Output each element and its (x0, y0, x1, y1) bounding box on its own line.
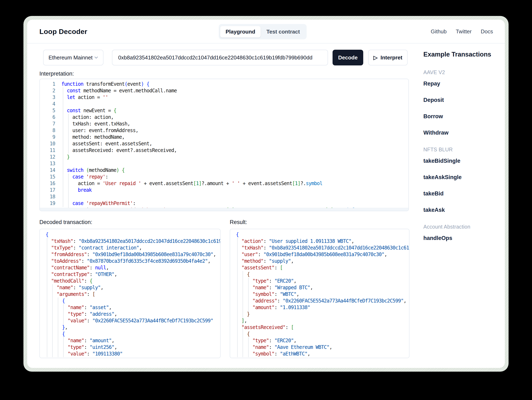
code-line: "method": "supply", (236, 258, 409, 265)
code-line: break (61, 187, 408, 193)
line-number: 1 (40, 81, 55, 87)
code-line: "contractType": "OTHER", (46, 271, 220, 278)
network-select-value: Ethereum Mainnet (49, 55, 92, 61)
sidebar-item-withdraw[interactable]: Withdraw (423, 129, 500, 136)
header-link-github[interactable]: Github (431, 28, 447, 35)
sidebar-section-label: AAVE V2 (423, 69, 500, 76)
code-line: } (236, 311, 409, 317)
interpretation-code[interactable]: function transformEvent(event) { const m… (61, 81, 408, 211)
line-number: 3 (40, 94, 55, 101)
line-number: 8 (40, 127, 55, 134)
code-line: "toAddress": "0x87870bca3f3fd6335c3f4ce8… (46, 258, 220, 265)
code-line: "type": "uint256", (46, 344, 220, 351)
code-line: "name": "amount", (46, 337, 220, 344)
network-select[interactable]: Ethereum Mainnet (43, 50, 103, 65)
sidebar-item-takeask[interactable]: takeAsk (423, 207, 500, 214)
line-number: 5 (40, 107, 55, 114)
code-line: "address": "0x2260FAC5E5542a773Aa44fBCfe… (236, 297, 409, 304)
app-window: Loop Decoder PlaygroundTest contract Git… (27, 20, 505, 368)
code-line: "name": "asset", (46, 304, 220, 311)
line-numbers: 1234567891011121314151617181920 (40, 81, 55, 211)
sidebar-section-label: NFTS BLUR (423, 147, 500, 153)
tab-playground[interactable]: Playground (220, 26, 261, 37)
code-line: "type": "ERC20", (236, 337, 409, 344)
decoded-json[interactable]: { "txHash": "0xb8a923541802ea5017ddccd2c… (46, 231, 220, 358)
play-icon: ▷ (374, 55, 378, 60)
line-number: 6 (40, 114, 55, 121)
code-line: switch (methodName) { (61, 167, 408, 173)
line-number: 15 (40, 173, 55, 180)
interpret-label: Interpret (380, 55, 402, 61)
header-link-docs[interactable]: Docs (481, 28, 493, 35)
horizontal-scrollbar[interactable] (40, 208, 408, 211)
chevron-down-icon (94, 55, 99, 60)
sidebar-item-handleops[interactable]: handleOps (423, 235, 500, 242)
code-line: "name": "Wrapped BTC", (236, 284, 409, 291)
sidebar-item-takeasksingle[interactable]: takeAskSingle (423, 174, 500, 181)
code-line: case 'repay': (61, 173, 408, 180)
code-line: case 'repayWithPermit': (61, 200, 408, 207)
app-header: Loop Decoder PlaygroundTest contract Git… (27, 20, 505, 43)
code-line: "symbol": "aEthWBTC", (236, 351, 409, 357)
code-line: function transformEvent(event) { (61, 81, 408, 87)
result-json[interactable]: { "action": "User supplied 1.0911338 WBT… (236, 231, 409, 358)
line-number: 19 (40, 200, 55, 207)
code-line: "arguments": [ (46, 291, 220, 297)
code-line: } (61, 154, 408, 160)
decode-button[interactable]: Decode (333, 50, 363, 65)
code-line: "txHash": "0xb8a923541802ea5017ddccd2c10… (236, 245, 409, 251)
code-line: "type": "address", (46, 311, 220, 317)
header-link-twitter[interactable]: Twitter (456, 28, 472, 35)
code-line: "value": "0x2260FAC5E5542a773Aa44fBCfeDf… (46, 317, 220, 324)
line-number: 7 (40, 121, 55, 127)
code-line: { (46, 231, 220, 238)
line-number: 4 (40, 101, 55, 107)
sidebar-title: Example Transactions (423, 51, 491, 58)
sidebar-section-label: Account Abstraction (423, 224, 500, 230)
code-line: }, (46, 324, 220, 331)
code-line: "contractName": null, (46, 265, 220, 271)
code-line: assetsSent: event.assetsSent, (61, 140, 408, 147)
code-line: "txHash": "0xb8a923541802ea5017ddccd2c10… (46, 238, 220, 245)
code-line: const newEvent = { (61, 107, 408, 114)
decoded-label: Decoded transaction: (39, 219, 92, 226)
code-line: { (46, 331, 220, 337)
code-line: "address": "0x5Ee5bf7ae06D1Be5997A1A7200… (236, 357, 409, 358)
sidebar-item-repay[interactable]: Repay (423, 80, 500, 87)
line-number: 18 (40, 193, 55, 200)
app-title: Loop Decoder (39, 20, 87, 43)
line-number: 11 (40, 147, 55, 154)
code-line: "txType": "contract interaction", (46, 245, 220, 251)
mode-tabs: PlaygroundTest contract (219, 24, 307, 39)
sidebar-item-borrow[interactable]: Borrow (423, 113, 500, 120)
sidebar-section: NFTS BLURtakeBidSingletakeAskSingletakeB… (423, 147, 500, 214)
sidebar-section: Account AbstractionhandleOps (423, 224, 500, 242)
line-number: 17 (40, 187, 55, 193)
code-line: "methodCall": { (46, 278, 220, 284)
code-line: "symbol": "WBTC", (236, 291, 409, 297)
decoded-panel[interactable]: { "txHash": "0xb8a923541802ea5017ddccd2c… (39, 229, 221, 358)
sidebar-item-takebid[interactable]: takeBid (423, 191, 500, 197)
code-line: "type": "ERC20", (236, 278, 409, 284)
code-line: method: methodName, (61, 134, 408, 140)
line-number: 9 (40, 134, 55, 140)
code-line (61, 193, 408, 200)
sidebar-item-takebidsingle[interactable]: takeBidSingle (423, 158, 500, 164)
code-line: txHash: event.txHash, (61, 121, 408, 127)
line-number: 13 (40, 160, 55, 167)
window-frame: Loop Decoder PlaygroundTest contract Git… (23, 16, 509, 372)
code-line: "fromAddress": "0x901bd9ef18da00b43985b6… (46, 251, 220, 258)
sidebar-item-deposit[interactable]: Deposit (423, 97, 500, 104)
code-line: ], (236, 317, 409, 324)
line-number: 12 (40, 154, 55, 160)
code-line (61, 160, 408, 167)
line-number: 10 (40, 140, 55, 147)
interpret-button[interactable]: ▷ Interpret (368, 50, 408, 65)
code-editor[interactable]: 1234567891011121314151617181920 function… (39, 79, 409, 211)
tx-hash-input[interactable] (112, 50, 328, 65)
tab-test-contract[interactable]: Test contract (261, 26, 305, 37)
sidebar-sections: AAVE V2RepayDepositBorrowWithdrawNFTS BL… (423, 69, 500, 242)
result-label: Result: (230, 219, 247, 226)
code-line: } (46, 357, 220, 358)
result-panel[interactable]: { "action": "User supplied 1.0911338 WBT… (230, 229, 410, 358)
